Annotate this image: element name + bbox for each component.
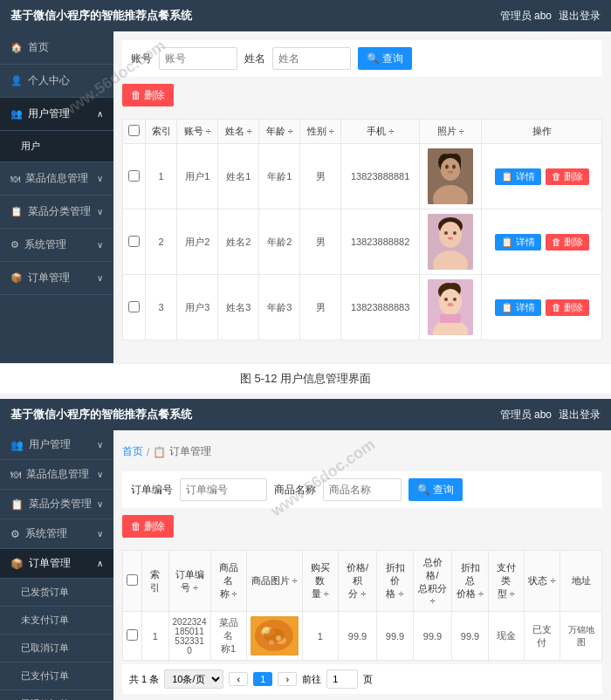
account-label: 账号 [131,51,152,66]
order-row-1-checkbox[interactable] [127,629,138,641]
row-index-1: 1 [145,144,176,209]
main-content-2: 首页 / 📋 订单管理 订单编号 商品名称 🔍 查询 🗑 删除 [113,430,611,700]
sidebar2-item-food-mgmt[interactable]: 🍽 菜品信息管理 ∨ [0,460,113,490]
detail-icon: 📋 [501,171,513,182]
sidebar-item-label: 菜品分类管理 [28,204,91,219]
sidebar2-item-pending[interactable]: 未支付订单 [0,607,113,635]
prev-page-button[interactable]: ‹ [229,672,248,686]
sidebar2-item-food-cat[interactable]: 📋 菜品分类管理 ∨ [0,490,113,519]
goods-name-input[interactable] [323,478,402,501]
foodcat2-icon: 📋 [10,498,24,511]
page-goto-input[interactable] [326,669,358,689]
order-row-total: 99.9 [413,612,451,661]
name-input[interactable] [272,47,351,70]
page-unit: 页 [363,673,373,686]
food-svg [251,616,299,655]
search-button-2[interactable]: 🔍 查询 [408,478,463,501]
logout-button-2[interactable]: 退出登录 [559,408,601,422]
row-account-3: 用户3 [177,275,218,340]
row-2-checkbox[interactable] [128,236,140,247]
col-phone: 手机 ÷ [341,120,420,144]
o-col-total: 总价格/总积分÷ [413,551,451,612]
row-gender-3: 男 [300,275,341,340]
select-all-checkbox[interactable] [128,125,140,136]
row-age-1: 年龄1 [259,144,300,209]
search2-btn-label: 查询 [433,483,454,498]
search-button[interactable]: 🔍 查询 [358,47,412,70]
svg-point-26 [448,303,454,306]
sidebar-item-order-mgmt[interactable]: 📦 订单管理 ∨ [0,262,113,295]
svg-point-35 [269,640,274,645]
sidebar2-item-label: 菜品分类管理 [29,497,92,511]
detail-button-2[interactable]: 📋 详情 [495,234,541,250]
batch-delete-button[interactable]: 🗑 删除 [122,84,174,106]
detail-button-3[interactable]: 📋 详情 [495,299,541,316]
order-no-input[interactable] [180,478,267,501]
sidebar2-item-sys-mgmt[interactable]: ⚙ 系统管理 ∨ [0,519,113,549]
sidebar2-item-order-mgmt[interactable]: 📦 订单管理 ∧ [0,549,113,579]
sidebar-item-label: 首页 [28,40,49,55]
page-1-button[interactable]: 1 [253,672,272,686]
detail-button-1[interactable]: 📋 详情 [495,168,541,185]
order-row-pay-type: 现金 [488,612,524,661]
order-select-all[interactable] [127,574,138,586]
order-table-wrapper: 索引 订单编号 ÷ 商品名称 ÷ 商品图片 ÷ 购买数量 ÷ 价格/积分 ÷ 折… [122,550,602,661]
row-actions-2: 📋 详情 🗑 删除 [482,209,602,275]
col-account: 账号 ÷ [177,120,218,144]
svg-point-8 [452,165,456,169]
logout-button[interactable]: 退出登录 [559,9,601,24]
sidebar2-item-user-mgmt[interactable]: 👥 用户管理 ∨ [0,430,113,460]
row-3-checkbox[interactable] [128,301,140,312]
delete-button-3[interactable]: 🗑 删除 [546,299,589,316]
row-age-2: 年龄2 [259,209,300,275]
breadcrumb-home[interactable]: 首页 [122,444,143,459]
account-input[interactable] [159,47,237,70]
order-no-label: 订单编号 [131,483,173,498]
chevron-icon: ∨ [97,174,103,183]
chevron-icon: ∨ [97,529,103,539]
batch-delete-button-2[interactable]: 🗑 删除 [122,515,174,538]
sidebar2-item-label: 用户管理 [29,437,71,452]
sidebar-item-user-mgmt[interactable]: 👥 用户管理 ∧ [0,98,113,131]
sidebar-item-sys-mgmt[interactable]: ⚙ 系统管理 ∨ [0,229,113,262]
placed-label: 已发货订单 [21,586,69,599]
page-goto-label: 前往 [302,673,321,686]
svg-point-25 [453,298,457,301]
svg-rect-27 [440,314,461,323]
sidebar-item-users[interactable]: 用户 [0,131,113,162]
col-name: 姓名 ÷ [218,120,259,144]
sidebar2-item-cancelled[interactable]: 已取消订单 [0,635,113,662]
sidebar2-item-placed[interactable]: 已发货订单 [0,579,113,607]
order-row-goods-name: 菜品名称1 [210,612,246,661]
detail-label: 详情 [516,171,535,182]
paid-label: 已支付订单 [21,669,69,683]
svg-point-24 [444,298,448,301]
detail-label: 详情 [516,302,535,312]
pending-label: 未支付订单 [21,614,69,627]
sidebar-item-home[interactable]: 🏠 首页 [0,31,113,65]
order-row-discount-total: 99.9 [452,612,489,661]
search-icon: 🔍 [367,52,380,65]
delete-button-2[interactable]: 🗑 删除 [546,234,589,250]
row-checkbox-2 [123,209,146,275]
order-bc-icon: 📋 [153,446,166,458]
goods-name-label: 商品名称 [274,483,316,498]
sidebar2-item-refunded[interactable]: 已退款订单 [0,690,113,700]
chevron-icon: ∨ [97,240,103,250]
row-phone-3: 13823888883 [341,275,420,340]
order-row-goods-img [246,612,302,661]
page-size-select[interactable]: 10条/页 20条/页 [164,669,223,689]
chevron-icon: ∧ [97,109,103,119]
sidebar2-item-paid[interactable]: 已支付订单 [0,662,113,690]
delete-btn-label: 删除 [144,88,165,103]
sidebar-item-profile[interactable]: 👤 个人中心 [0,65,113,98]
sidebar2: 👥 用户管理 ∨ 🍽 菜品信息管理 ∨ 📋 菜品分类管理 ∨ ⚙ 系统管理 ∨ … [0,430,113,700]
sidebar-item-food-cat[interactable]: 📋 菜品分类管理 ∨ [0,196,113,229]
row-account-1: 用户1 [177,144,218,209]
row-1-checkbox[interactable] [128,170,140,182]
top-header: 基于微信小程序的智能推荐点餐系统 管理员 abo 退出登录 [0,0,611,31]
next-page-button[interactable]: › [278,672,297,686]
delete-button-1[interactable]: 🗑 删除 [546,168,589,185]
sidebar-item-food-mgmt[interactable]: 🍽 菜品信息管理 ∨ [0,162,113,196]
order-icon: 📦 [10,272,23,284]
